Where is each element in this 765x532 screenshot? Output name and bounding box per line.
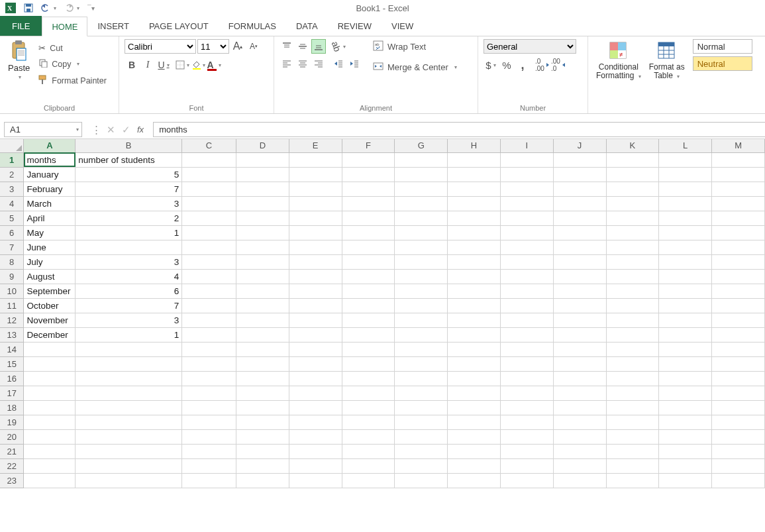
cell[interactable] xyxy=(553,182,606,196)
cell[interactable] xyxy=(500,182,553,196)
cell[interactable] xyxy=(712,225,765,240)
cell[interactable] xyxy=(182,386,236,400)
cell[interactable] xyxy=(659,284,712,298)
cell[interactable] xyxy=(182,429,236,444)
cell[interactable] xyxy=(289,415,342,429)
cell[interactable] xyxy=(236,167,289,182)
cell[interactable] xyxy=(553,473,606,488)
column-header[interactable]: J xyxy=(553,139,606,152)
cell[interactable]: 1 xyxy=(76,225,182,240)
cell[interactable]: December xyxy=(24,327,76,342)
cell[interactable] xyxy=(553,298,606,313)
cell[interactable] xyxy=(236,211,289,225)
cell[interactable] xyxy=(553,196,606,211)
cell[interactable] xyxy=(76,342,182,356)
cell[interactable]: 7 xyxy=(76,182,182,196)
column-header[interactable]: K xyxy=(606,139,659,152)
align-left-button[interactable] xyxy=(280,56,294,71)
cell[interactable]: February xyxy=(24,182,76,196)
cell[interactable] xyxy=(342,342,395,356)
cell[interactable] xyxy=(500,327,553,342)
row-header[interactable]: 10 xyxy=(0,284,24,298)
name-box[interactable]: A1 ▾ xyxy=(4,122,82,137)
cell[interactable] xyxy=(712,415,765,429)
cell[interactable] xyxy=(182,284,236,298)
cell[interactable] xyxy=(236,182,289,196)
cell[interactable] xyxy=(448,298,501,313)
cell[interactable] xyxy=(395,284,448,298)
underline-button[interactable]: U▾ xyxy=(156,58,171,72)
cell[interactable] xyxy=(448,327,501,342)
cell[interactable] xyxy=(712,356,765,371)
chevron-down-icon[interactable]: ▾ xyxy=(77,61,79,67)
cell[interactable] xyxy=(182,415,236,429)
cell[interactable] xyxy=(289,211,342,225)
cell[interactable] xyxy=(606,269,659,284)
cell[interactable] xyxy=(395,313,448,327)
cell[interactable] xyxy=(182,167,236,182)
cell[interactable] xyxy=(712,313,765,327)
cell[interactable]: 4 xyxy=(76,269,182,284)
font-size-select[interactable]: 11 xyxy=(197,39,229,54)
cell[interactable] xyxy=(553,458,606,473)
cell[interactable] xyxy=(395,327,448,342)
cell[interactable] xyxy=(659,152,712,167)
cell[interactable] xyxy=(289,225,342,240)
column-header[interactable]: A xyxy=(24,139,76,152)
qat-customize-button[interactable]: ¯▾ xyxy=(85,5,97,12)
cell[interactable] xyxy=(289,298,342,313)
cell[interactable] xyxy=(395,254,448,269)
cell[interactable] xyxy=(236,400,289,415)
merge-center-button[interactable]: Merge & Center ▾ xyxy=(371,60,459,75)
cell[interactable] xyxy=(448,167,501,182)
cell[interactable] xyxy=(500,473,553,488)
cell[interactable] xyxy=(289,196,342,211)
column-header[interactable]: L xyxy=(659,139,712,152)
decrease-decimal-button[interactable]: .00.0 xyxy=(551,58,566,72)
cell[interactable] xyxy=(606,167,659,182)
cell[interactable] xyxy=(395,356,448,371)
cell[interactable] xyxy=(659,313,712,327)
cell[interactable] xyxy=(182,254,236,269)
cell[interactable] xyxy=(289,240,342,254)
row-header[interactable]: 23 xyxy=(0,473,24,488)
cell[interactable] xyxy=(712,371,765,386)
cell[interactable] xyxy=(342,152,395,167)
cell[interactable] xyxy=(342,444,395,458)
cell[interactable] xyxy=(606,211,659,225)
cell[interactable]: 5 xyxy=(76,167,182,182)
cell[interactable] xyxy=(606,182,659,196)
align-bottom-button[interactable] xyxy=(311,39,326,54)
cell[interactable] xyxy=(289,254,342,269)
cell[interactable] xyxy=(342,429,395,444)
cell[interactable] xyxy=(712,298,765,313)
cell[interactable] xyxy=(236,298,289,313)
cell[interactable] xyxy=(182,240,236,254)
cell[interactable] xyxy=(606,327,659,342)
cell[interactable] xyxy=(553,211,606,225)
formula-options-icon[interactable]: ⋮ xyxy=(91,124,100,136)
increase-font-size-button[interactable]: A▴ xyxy=(230,39,245,54)
cell[interactable] xyxy=(712,167,765,182)
cell[interactable] xyxy=(606,458,659,473)
cell[interactable] xyxy=(500,386,553,400)
cell[interactable] xyxy=(553,356,606,371)
cell[interactable] xyxy=(500,356,553,371)
cell[interactable] xyxy=(182,196,236,211)
cell[interactable] xyxy=(182,400,236,415)
bold-button[interactable]: B xyxy=(125,58,139,72)
cell[interactable] xyxy=(712,284,765,298)
tab-page-layout[interactable]: PAGE LAYOUT xyxy=(139,16,219,36)
cell[interactable] xyxy=(553,371,606,386)
cell[interactable] xyxy=(553,415,606,429)
cell[interactable] xyxy=(448,444,501,458)
cell[interactable] xyxy=(236,342,289,356)
row-header[interactable]: 11 xyxy=(0,298,24,313)
cell[interactable] xyxy=(500,313,553,327)
cell[interactable]: August xyxy=(24,269,76,284)
cell[interactable] xyxy=(712,386,765,400)
row-header[interactable]: 22 xyxy=(0,458,24,473)
cell[interactable] xyxy=(76,444,182,458)
cell[interactable] xyxy=(182,327,236,342)
cell[interactable] xyxy=(712,444,765,458)
